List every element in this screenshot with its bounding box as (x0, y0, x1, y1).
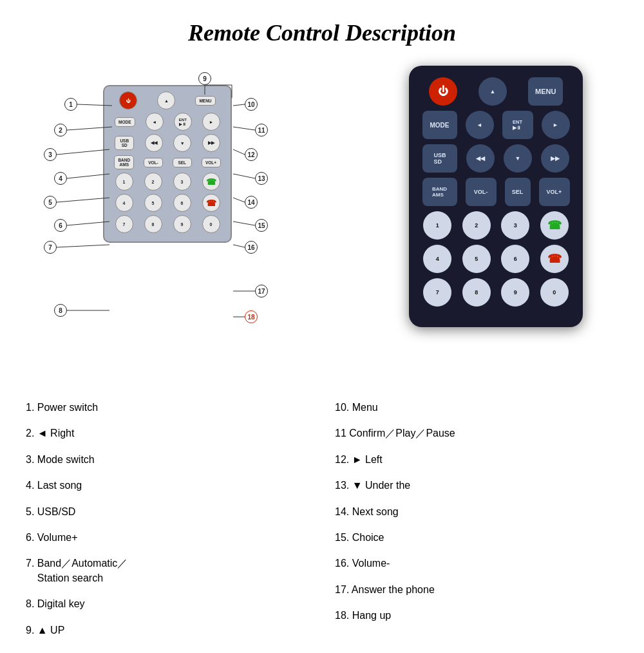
rd-num3[interactable]: 3 (501, 211, 529, 240)
diag-nexttrack-btn[interactable]: ▶▶ (202, 134, 220, 152)
rd-power-btn[interactable]: ⏻ (429, 77, 457, 106)
rd-down-btn[interactable]: ▼ (504, 144, 532, 173)
rd-num6[interactable]: 6 (501, 245, 529, 273)
diag-down-btn[interactable]: ▼ (173, 134, 191, 152)
desc-num-5: 5. (26, 506, 34, 517)
rd-ent-btn[interactable]: ENT▶⏸ (502, 111, 533, 139)
rd-num2[interactable]: 2 (462, 211, 491, 240)
description-right-column: 10. Menu 11 Confirm／Play／Pause 12. ► Lef… (335, 401, 618, 649)
callout-16: 16 (245, 241, 258, 254)
rd-next-btn[interactable]: ▶▶ (541, 144, 569, 173)
rd-volplus-btn[interactable]: VOL+ (539, 178, 570, 206)
rd-left-btn[interactable]: ◄ (466, 111, 494, 139)
diagram-wrapper: ⏻ ▲ MENU MODE ◄ ENT▶⏸ ► USBSD ◀◀ ▼ ▶▶ (26, 66, 335, 388)
diag-num5[interactable]: 5 (144, 194, 162, 212)
desc-item-8: 8. Digital key (26, 597, 309, 611)
desc-text-4: Last song (37, 480, 82, 491)
desc-text-7: Band／Automatic／ Station search (26, 558, 128, 583)
desc-text-16: Volume- (352, 558, 390, 569)
desc-text-3: Mode switch (37, 454, 95, 465)
desc-text-1: Power switch (37, 402, 98, 413)
rd-green-call-btn[interactable]: ☎ (540, 211, 569, 240)
desc-item-3: 3. Mode switch (26, 453, 309, 467)
desc-num-17: 17. (335, 584, 349, 595)
desc-num-18: 18. (335, 610, 349, 621)
rd-numrow-2: 4 5 6 ☎ (418, 245, 574, 273)
desc-text-10: Menu (352, 402, 378, 413)
diag-green-call-btn[interactable]: ☎ (202, 173, 220, 191)
rd-sel-btn[interactable]: SEL (505, 178, 531, 206)
diag-up-btn[interactable]: ▲ (157, 91, 175, 109)
rd-num1[interactable]: 1 (423, 211, 451, 240)
diag-num4[interactable]: 4 (115, 194, 133, 212)
diag-band-btn[interactable]: BANDAMS (114, 155, 134, 169)
rd-num9[interactable]: 9 (501, 278, 529, 307)
svg-line-2 (57, 149, 109, 155)
callout-1: 1 (64, 98, 77, 111)
diag-volminus-btn[interactable]: VOL- (144, 158, 163, 167)
rd-right-btn[interactable]: ► (542, 111, 570, 139)
diag-red-call-btn[interactable]: ☎ (202, 194, 220, 212)
rd-menu-btn[interactable]: MENU (528, 77, 563, 106)
callout-7: 7 (44, 241, 57, 254)
rd-row-4: BANDAMS VOL- SEL VOL+ (418, 178, 574, 206)
desc-item-13: 13. ▼ Under the (335, 478, 618, 493)
desc-num-16: 16. (335, 558, 349, 569)
desc-text-2: ◄ Right (37, 428, 75, 439)
diag-menu-btn[interactable]: MENU (195, 96, 215, 106)
svg-line-13 (233, 198, 245, 202)
rd-row-3: USBSD ◀◀ ▼ ▶▶ (418, 144, 574, 173)
rd-num5[interactable]: 5 (462, 245, 491, 273)
desc-text-8: Digital key (37, 598, 85, 609)
diag-numpad-row2: 4 5 6 ☎ (109, 194, 225, 212)
diag-num3[interactable]: 3 (173, 173, 191, 191)
diag-num9[interactable]: 9 (173, 215, 191, 233)
desc-num-7: 7. (26, 558, 34, 569)
rd-band-btn[interactable]: BANDAMS (422, 178, 457, 206)
diag-right-arrow-btn[interactable]: ► (202, 113, 220, 131)
svg-line-15 (233, 245, 245, 247)
diagram-area: ⏻ ▲ MENU MODE ◄ ENT▶⏸ ► USBSD ◀◀ ▼ ▶▶ (26, 59, 361, 388)
rd-num8[interactable]: 8 (462, 278, 491, 307)
rd-up-btn[interactable]: ▲ (478, 77, 507, 106)
diag-usbsd-btn[interactable]: USBSD (115, 136, 134, 150)
desc-item-6: 6. Volume+ (26, 531, 309, 545)
diag-mode-btn[interactable]: MODE (115, 117, 135, 127)
callout-15: 15 (255, 219, 268, 232)
desc-text-12: ► Left (352, 454, 383, 465)
rd-mode-btn[interactable]: MODE (422, 111, 457, 139)
callout-12: 12 (245, 148, 258, 161)
desc-item-12: 12. ► Left (335, 453, 618, 467)
diag-left-arrow-btn[interactable]: ◄ (146, 113, 164, 131)
rd-prev-btn[interactable]: ◀◀ (466, 144, 495, 173)
diag-num0[interactable]: 0 (202, 215, 220, 233)
desc-item-11: 11 Confirm／Play／Pause (335, 426, 618, 440)
rd-num4[interactable]: 4 (423, 245, 451, 273)
desc-num-6: 6. (26, 532, 34, 543)
rd-volminus-btn[interactable]: VOL- (466, 178, 497, 206)
rd-red-call-btn[interactable]: ☎ (540, 245, 569, 273)
diag-num2[interactable]: 2 (144, 173, 162, 191)
diag-num8[interactable]: 8 (144, 215, 162, 233)
diag-num1[interactable]: 1 (115, 173, 133, 191)
rd-num7[interactable]: 7 (423, 278, 451, 307)
diag-ent-btn[interactable]: ENT▶⏸ (174, 113, 192, 131)
diag-num6[interactable]: 6 (173, 194, 191, 212)
callout-2: 2 (54, 124, 67, 137)
desc-item-18: 18. Hang up (335, 609, 618, 623)
desc-item-15: 15. Choice (335, 531, 618, 545)
rd-num0[interactable]: 0 (540, 278, 569, 307)
diag-numpad-row3: 7 8 9 0 (109, 215, 225, 233)
diag-volplus-btn[interactable]: VOL+ (202, 158, 221, 167)
callout-6: 6 (54, 219, 67, 232)
remote-diagram-box: ⏻ ▲ MENU MODE ◄ ENT▶⏸ ► USBSD ◀◀ ▼ ▶▶ (103, 85, 232, 243)
remote-photo-area: ⏻ ▲ MENU MODE ◄ ENT▶⏸ ► USBSD ◀◀ ▼ ▶▶ BA… (374, 59, 618, 327)
diag-prev-btn[interactable]: ◀◀ (145, 134, 163, 152)
callout-14: 14 (245, 196, 258, 209)
diag-sel-btn[interactable]: SEL (173, 158, 192, 167)
desc-num-3: 3. (26, 454, 34, 465)
diag-num7[interactable]: 7 (115, 215, 133, 233)
rd-usbsd-btn[interactable]: USBSD (422, 144, 457, 173)
diag-power-btn[interactable]: ⏻ (119, 91, 137, 109)
callout-3: 3 (44, 148, 57, 161)
